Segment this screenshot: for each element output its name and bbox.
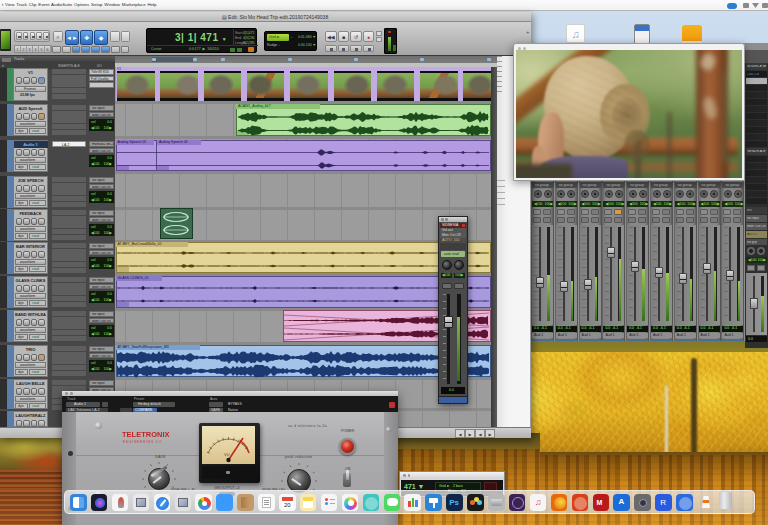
svg-text:VU: VU <box>224 452 230 457</box>
